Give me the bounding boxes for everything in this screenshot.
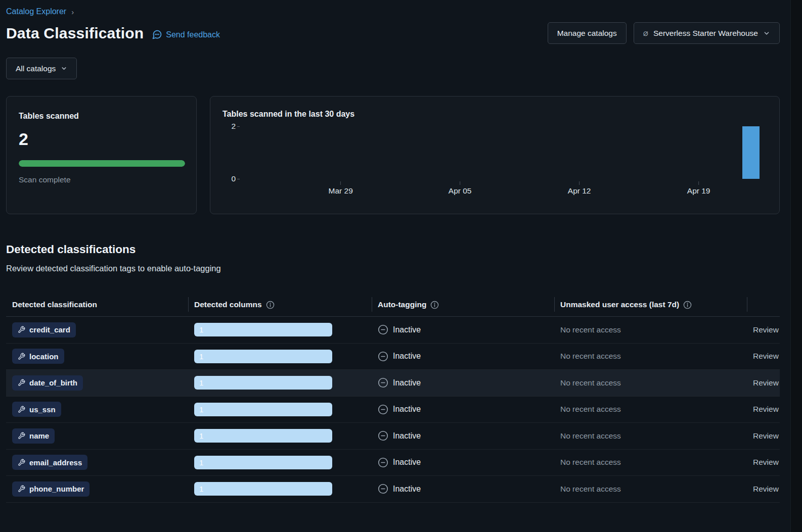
detected-columns-count: 1 <box>194 485 203 493</box>
review-link[interactable]: Review <box>753 458 779 467</box>
x-tick-mark <box>579 181 580 185</box>
column-header[interactable]: Auto-tagging <box>372 293 554 316</box>
inactive-minus-circle-icon <box>378 324 388 335</box>
manage-catalogs-label: Manage catalogs <box>557 29 617 38</box>
classification-cell: date_of_birth <box>6 375 188 391</box>
page-title: Data Classification <box>6 25 144 42</box>
info-icon[interactable] <box>683 301 692 309</box>
classification-tag-chip[interactable]: phone_number <box>12 481 90 497</box>
detected-columns-bar[interactable]: 1 <box>194 403 332 416</box>
column-header[interactable]: Unmasked user access (last 7d) <box>554 293 747 316</box>
tag-wrench-icon <box>18 432 25 440</box>
inactive-minus-circle-icon <box>378 483 388 494</box>
auto-tagging-cell: Inactive <box>372 324 554 335</box>
column-header-label: Detected columns <box>194 300 262 309</box>
inactive-minus-circle-icon <box>378 404 388 415</box>
unmasked-access-text: No recent access <box>560 325 621 334</box>
table-row[interactable]: phone_number1InactiveNo recent accessRev… <box>6 476 780 503</box>
action-cell: Review <box>747 352 784 361</box>
detected-columns-cell: 1 <box>188 350 372 363</box>
info-icon[interactable] <box>430 301 439 309</box>
chart-bar[interactable] <box>742 126 760 179</box>
detected-columns-bar[interactable]: 1 <box>194 350 332 363</box>
inactive-minus-circle-icon <box>378 351 388 362</box>
tag-wrench-icon <box>18 326 25 333</box>
tag-wrench-icon <box>18 353 25 360</box>
detected-columns-bar[interactable]: 1 <box>194 376 332 390</box>
column-header[interactable]: Detected columns <box>188 293 372 316</box>
breadcrumb-chevron-icon: › <box>71 8 74 16</box>
table-row[interactable]: credit_card1InactiveNo recent accessRevi… <box>6 317 780 344</box>
unmasked-access-text: No recent access <box>560 352 621 361</box>
review-link[interactable]: Review <box>753 485 779 494</box>
unmasked-access-text: No recent access <box>560 485 621 494</box>
tag-wrench-icon <box>18 379 25 386</box>
tag-wrench-icon <box>18 406 25 413</box>
classification-cell: credit_card <box>6 322 188 337</box>
send-feedback-link[interactable]: Send feedback <box>152 29 220 40</box>
chart-title: Tables scanned in the last 30 days <box>222 110 764 119</box>
column-header[interactable] <box>747 293 780 316</box>
detected-columns-bar[interactable]: 1 <box>194 429 332 443</box>
column-header[interactable]: Detected classification <box>6 293 188 316</box>
unmasked-access-cell: No recent access <box>554 431 747 441</box>
review-link[interactable]: Review <box>753 325 779 334</box>
detected-columns-bar[interactable]: 1 <box>194 482 332 496</box>
tag-wrench-icon <box>18 459 25 466</box>
inactive-minus-circle-icon <box>378 457 388 468</box>
manage-catalogs-button[interactable]: Manage catalogs <box>548 22 627 44</box>
classification-tag-chip[interactable]: name <box>12 428 55 444</box>
review-link[interactable]: Review <box>753 405 779 414</box>
detected-columns-count: 1 <box>194 431 203 440</box>
classification-tag-chip[interactable]: us_ssn <box>12 402 61 417</box>
detected-columns-count: 1 <box>194 458 203 467</box>
warehouse-selector[interactable]: ⌀ Serverless Starter Warehouse <box>634 22 780 44</box>
tables-scanned-value: 2 <box>19 129 184 149</box>
classification-name: date_of_birth <box>29 378 77 387</box>
x-tick: Apr 05 <box>449 179 472 196</box>
detected-columns-cell: 1 <box>188 376 372 390</box>
detected-columns-cell: 1 <box>188 323 372 336</box>
classifications-table: Detected classificationDetected columnsA… <box>6 293 780 503</box>
auto-tagging-status: Inactive <box>393 458 421 467</box>
detected-columns-bar[interactable]: 1 <box>194 323 332 336</box>
table-row[interactable]: name1InactiveNo recent accessReview <box>6 423 780 450</box>
review-link[interactable]: Review <box>753 352 779 361</box>
classification-name: credit_card <box>29 325 70 334</box>
table-row[interactable]: email_address1InactiveNo recent accessRe… <box>6 450 780 476</box>
info-icon[interactable] <box>266 301 275 309</box>
breadcrumb-catalog-explorer[interactable]: Catalog Explorer <box>6 7 66 16</box>
table-row[interactable]: location1InactiveNo recent accessReview <box>6 344 780 370</box>
classification-name: name <box>29 431 49 440</box>
auto-tagging-status: Inactive <box>393 485 421 494</box>
action-cell: Review <box>747 325 784 334</box>
auto-tagging-status: Inactive <box>393 378 421 388</box>
x-tick-label: Apr 19 <box>687 186 710 196</box>
auto-tagging-status: Inactive <box>393 405 421 414</box>
review-link[interactable]: Review <box>753 431 779 441</box>
table-header-row: Detected classificationDetected columnsA… <box>6 293 780 317</box>
classification-tag-chip[interactable]: date_of_birth <box>12 375 83 391</box>
review-link[interactable]: Review <box>753 378 779 388</box>
all-catalogs-filter[interactable]: All catalogs <box>6 58 77 79</box>
x-tick-mark <box>340 181 341 185</box>
classification-tag-chip[interactable]: credit_card <box>12 322 76 337</box>
classification-tag-chip[interactable]: email_address <box>12 455 87 470</box>
table-row[interactable]: us_ssn1InactiveNo recent accessReview <box>6 397 780 423</box>
auto-tagging-cell: Inactive <box>372 430 554 441</box>
tag-wrench-icon <box>18 485 25 493</box>
chart-plot-area <box>241 126 764 179</box>
action-cell: Review <box>747 485 784 494</box>
detected-columns-bar[interactable]: 1 <box>194 456 332 469</box>
unmasked-access-cell: No recent access <box>554 458 747 467</box>
detected-columns-count: 1 <box>194 352 203 361</box>
page-scrollbar[interactable] <box>790 0 802 532</box>
classification-tag-chip[interactable]: location <box>12 349 64 364</box>
table-row[interactable]: date_of_birth1InactiveNo recent accessRe… <box>6 370 780 397</box>
warehouse-label: Serverless Starter Warehouse <box>653 29 758 38</box>
x-tick: Mar 29 <box>329 179 353 196</box>
unmasked-access-cell: No recent access <box>554 352 747 361</box>
y-tick-mark <box>237 126 240 127</box>
unmasked-access-text: No recent access <box>560 378 621 388</box>
detected-columns-count: 1 <box>194 405 203 414</box>
